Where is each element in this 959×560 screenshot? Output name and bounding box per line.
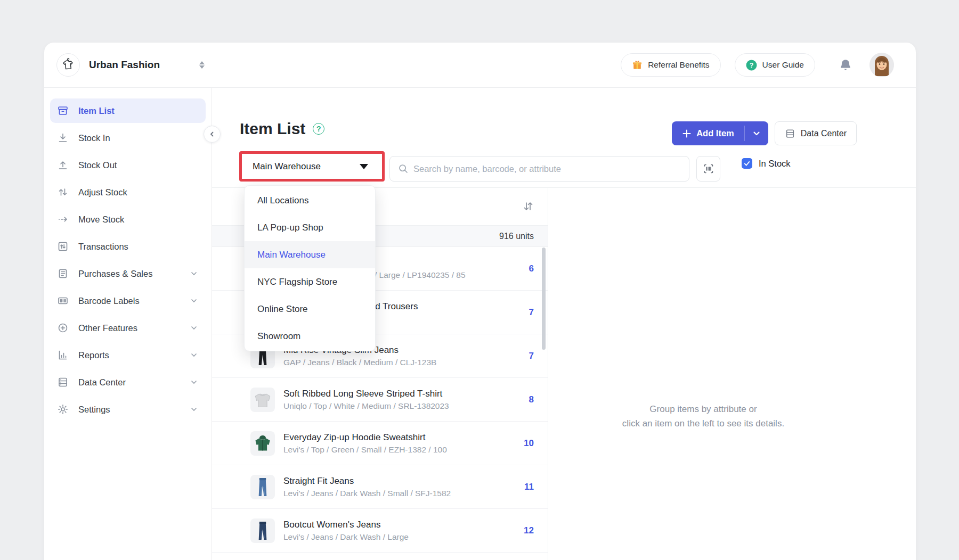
sidebar-item-data-center[interactable]: Data Center: [50, 370, 206, 394]
workspace-name[interactable]: Urban Fashion: [89, 59, 160, 71]
warehouse-select-value: Main Warehouse: [253, 161, 321, 172]
chevron-down-icon: [190, 297, 198, 305]
item-title: Straight Fit Jeans: [283, 475, 451, 488]
sidebar-item-transactions[interactable]: Transactions: [50, 234, 206, 259]
sidebar-item-barcode-labels[interactable]: Barcode Labels: [50, 289, 206, 313]
sort-icon[interactable]: [521, 200, 535, 213]
dropdown-option-main-warehouse[interactable]: Main Warehouse: [245, 241, 375, 268]
gift-icon: [632, 60, 643, 70]
item-title: Bootcut Women's Jeans: [283, 518, 409, 531]
item-quantity: 6: [524, 263, 534, 274]
add-item-dropdown-toggle[interactable]: [745, 121, 768, 145]
search-icon: [398, 163, 409, 174]
svg-text:?: ?: [749, 62, 753, 69]
item-quantity: 12: [518, 525, 534, 536]
sidebar-item-label: Barcode Labels: [78, 296, 140, 306]
chevron-down-icon: [190, 351, 198, 359]
user-avatar[interactable]: [869, 53, 894, 77]
avatar-memoji: [869, 53, 894, 77]
search-input[interactable]: [389, 156, 689, 182]
sidebar-item-label: Other Features: [78, 323, 137, 333]
chevron-left-icon: [208, 130, 216, 138]
stack-icon: [57, 376, 69, 388]
sidebar-item-move-stock[interactable]: Move Stock: [50, 207, 206, 232]
warehouse-dropdown-menu: All Locations LA Pop-up Shop Main Wareho…: [244, 185, 376, 351]
item-row[interactable]: Soft Ribbed Long Sleeve Striped T-shirt …: [212, 378, 548, 422]
list-scrollbar[interactable]: [542, 248, 546, 350]
barcode-scan-button[interactable]: [696, 156, 720, 182]
dropdown-option-nyc-flagship-store[interactable]: NYC Flagship Store: [245, 268, 375, 295]
annotation-highlight-box: Main Warehouse: [239, 151, 385, 182]
sidebar-item-settings[interactable]: Settings: [50, 397, 206, 422]
sidebar-item-label: Settings: [78, 405, 110, 415]
in-stock-label: In Stock: [759, 159, 791, 169]
item-title: [368, 257, 466, 269]
arrow-up-tray-icon: [57, 159, 69, 171]
arrow-right-dotted-icon: [57, 213, 69, 225]
sidebar-item-label: Purchases & Sales: [78, 269, 152, 279]
item-row[interactable]: Straight Fit Jeans Levi's / Jeans / Dark…: [212, 465, 548, 509]
item-attributes: GAP / Jeans / Black / Medium / CLJ-123B: [283, 357, 436, 368]
chevron-down-icon: [190, 269, 198, 278]
sidebar-collapse-button[interactable]: [204, 126, 221, 143]
in-stock-checkbox[interactable]: [742, 158, 752, 169]
add-item-button[interactable]: Add Item: [672, 121, 768, 145]
sidebar-item-label: Move Stock: [78, 215, 124, 225]
app-header: Urban Fashion Referral Benefits: [44, 43, 916, 88]
check-icon: [743, 160, 751, 167]
dropdown-option-all-locations[interactable]: All Locations: [245, 187, 375, 214]
barcode-icon: [57, 295, 69, 307]
dropdown-option-showroom[interactable]: Showroom: [245, 323, 375, 350]
header-right: Referral Benefits ? User Guide: [621, 53, 894, 77]
warehouse-select[interactable]: Main Warehouse: [242, 154, 382, 179]
dropdown-option-la-pop-up-shop[interactable]: LA Pop-up Shop: [245, 214, 375, 241]
sidebar-item-item-list[interactable]: Item List: [50, 98, 206, 123]
chevron-down-icon: [752, 129, 761, 138]
user-guide-button[interactable]: ? User Guide: [735, 53, 815, 77]
sidebar-item-other-features[interactable]: Other Features: [50, 316, 206, 340]
item-attributes: Uniqlo / Top / White / Medium / SRL-1382…: [283, 400, 449, 412]
help-icon[interactable]: ?: [313, 123, 324, 135]
item-thumbnail-sweater-gray: [250, 388, 275, 412]
notification-bell-icon[interactable]: [839, 58, 852, 72]
select-caret-icon: [360, 164, 368, 169]
sidebar-item-stock-in[interactable]: Stock In: [50, 126, 206, 150]
item-detail-panel: Group items by attribute or click an ite…: [548, 188, 916, 560]
sidebar-item-label: Data Center: [78, 377, 126, 388]
search-bar: [389, 156, 689, 182]
item-row[interactable]: Bootcut Women's Jeans Levi's / Jeans / D…: [212, 509, 548, 553]
main-area: Item List ? Add Item: [212, 88, 916, 560]
sidebar-item-label: Adjust Stock: [78, 187, 127, 197]
header-actions: Add Item Data Center: [672, 121, 857, 145]
sidebar-item-label: Item List: [78, 106, 115, 116]
item-attributes: Levi's / Jeans / Dark Wash / Small / SFJ…: [283, 488, 451, 499]
bar-chart-icon: [57, 349, 69, 361]
dropdown-option-online-store[interactable]: Online Store: [245, 295, 375, 323]
item-attributes: Levi's / Top / Green / Small / EZH-1382 …: [283, 444, 447, 456]
arrows-up-down-icon: [57, 186, 69, 198]
sidebar-item-label: Stock In: [78, 133, 110, 143]
item-thumbnail-hoodie-green: [250, 431, 275, 456]
in-stock-filter[interactable]: In Stock: [742, 158, 791, 169]
sidebar-item-adjust-stock[interactable]: Adjust Stock: [50, 180, 206, 204]
chevron-down-icon: [190, 405, 198, 414]
arrow-down-tray-icon: [57, 132, 69, 144]
plus-icon: [682, 129, 692, 138]
sidebar-item-purchases-sales[interactable]: Purchases & Sales: [50, 261, 206, 286]
sidebar-item-stock-out[interactable]: Stock Out: [50, 153, 206, 177]
data-center-button[interactable]: Data Center: [775, 121, 857, 145]
sidebar-item-label: Transactions: [78, 242, 128, 252]
item-thumbnail-jeans-dark: [250, 518, 275, 543]
workspace-switcher-caret-icon[interactable]: [199, 61, 205, 69]
sidebar-item-label: Reports: [78, 350, 109, 360]
plus-circle-icon: [57, 322, 69, 334]
workspace-logo[interactable]: [56, 53, 80, 77]
referral-benefits-button[interactable]: Referral Benefits: [621, 53, 720, 77]
sidebar-item-reports[interactable]: Reports: [50, 343, 206, 367]
item-quantity: 10: [518, 438, 534, 449]
app-viewport: Urban Fashion Referral Benefits: [0, 0, 959, 560]
item-title: Everyday Zip-up Hoodie Sweatshirt: [283, 431, 447, 444]
item-row[interactable]: Everyday Zip-up Hoodie Sweatshirt Levi's…: [212, 422, 548, 465]
empty-state-message: Group items by attribute or click an ite…: [548, 402, 858, 431]
document-icon: [57, 268, 69, 279]
